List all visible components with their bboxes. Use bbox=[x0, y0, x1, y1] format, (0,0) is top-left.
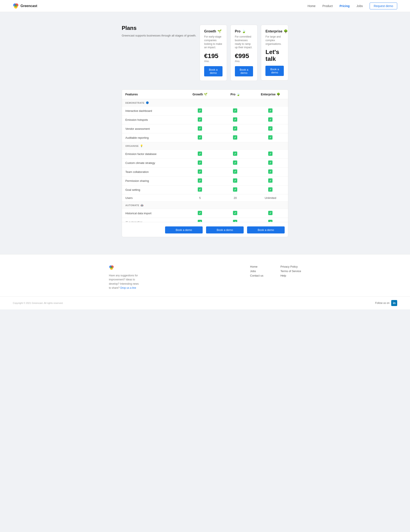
table-row: Users 5 20 Unlimited bbox=[122, 194, 288, 202]
pro-emission-hotspots bbox=[218, 115, 253, 124]
footer-logo bbox=[109, 265, 143, 270]
growth-vendor-assessment bbox=[182, 124, 218, 133]
check-icon bbox=[268, 161, 273, 165]
enterprise-card-title: Enterprise 🌳 bbox=[265, 29, 284, 33]
check-icon bbox=[233, 211, 237, 215]
footer-link-contact[interactable]: Contact us bbox=[250, 274, 263, 277]
plans-title: Plans bbox=[122, 25, 196, 31]
demonstrate-icon: 🔵 bbox=[146, 101, 149, 104]
features-table-scroll[interactable]: Features Growth 🌱 Pro 🍃 Enterprise 🌳 DEM… bbox=[122, 90, 288, 222]
check-icon bbox=[268, 108, 273, 113]
bottom-pro-demo-wrap: Book a demo bbox=[206, 226, 244, 233]
check-icon bbox=[198, 178, 202, 183]
bottom-enterprise-book-demo-button[interactable]: Book a demo bbox=[247, 226, 285, 233]
footer-left: Have any suggestions for improvement? Id… bbox=[109, 265, 143, 290]
enterprise-card-desc: For large and complex organisations. bbox=[265, 35, 284, 46]
linkedin-icon[interactable]: in bbox=[391, 300, 397, 306]
check-icon bbox=[268, 178, 273, 183]
feature-custom-climate-strategy: Custom climate strategy bbox=[122, 159, 182, 168]
main-content: Plans Greencast supports businesses thro… bbox=[117, 12, 293, 254]
growth-name: Growth bbox=[204, 29, 216, 33]
footer-col-2: Privacy Policy Terms of Service Help bbox=[280, 265, 301, 290]
footer-link-jobs[interactable]: Jobs bbox=[250, 269, 263, 273]
pro-price-period: /mo. bbox=[235, 59, 240, 63]
bottom-demo-row: Book a demo Book a demo Book a demo bbox=[122, 222, 288, 237]
footer-link-help[interactable]: Help bbox=[280, 274, 301, 277]
check-icon bbox=[233, 170, 237, 174]
check-icon bbox=[233, 117, 237, 122]
bottom-pro-book-demo-button[interactable]: Book a demo bbox=[206, 226, 244, 233]
pro-name: Pro bbox=[235, 29, 241, 33]
check-icon bbox=[198, 161, 202, 165]
check-icon bbox=[198, 211, 202, 215]
footer-desc: Have any suggestions for improvement? Id… bbox=[109, 274, 141, 290]
nav-pricing[interactable]: Pricing bbox=[340, 4, 350, 8]
plans-header-section: Plans Greencast supports businesses thro… bbox=[122, 25, 288, 81]
pro-users-value: 20 bbox=[218, 194, 253, 202]
navbar: Greencast Home Product Pricing Jobs Requ… bbox=[0, 0, 410, 12]
check-icon bbox=[198, 126, 202, 131]
greencast-logo-icon bbox=[13, 3, 19, 9]
nav-request-demo-button[interactable]: Request demo bbox=[370, 3, 397, 10]
pro-book-demo-button[interactable]: Book a demo bbox=[235, 66, 253, 76]
plan-card-enterprise: Enterprise 🌳 For large and complex organ… bbox=[261, 25, 288, 80]
pro-card-desc: For committed businesses ready to ramp u… bbox=[235, 35, 253, 49]
footer-link-terms[interactable]: Terms of Service bbox=[280, 269, 301, 273]
enterprise-book-demo-button[interactable]: Book a demo bbox=[265, 66, 284, 76]
feature-ai-automation: AI automation bbox=[122, 218, 182, 222]
section-organise-label: ORGANISE 💡 bbox=[125, 144, 285, 147]
plans-description: Greencast supports businesses through al… bbox=[122, 34, 196, 38]
section-automate-label: AUTOMATE 🤖 bbox=[125, 204, 285, 207]
automate-icon: 🤖 bbox=[140, 204, 144, 207]
check-icon bbox=[233, 126, 237, 131]
section-demonstrate-label: DEMONSTRATE 🔵 bbox=[125, 101, 285, 104]
nav-links: Home Product Pricing Jobs Request demo bbox=[308, 3, 397, 10]
enterprise-vendor-assessment bbox=[253, 124, 288, 133]
pro-interactive-dashboard bbox=[218, 106, 253, 115]
footer-logo-icon bbox=[109, 265, 114, 270]
check-icon bbox=[268, 135, 273, 140]
growth-price-amount: €195 bbox=[204, 52, 218, 59]
table-row: Historical data import bbox=[122, 209, 288, 218]
check-icon bbox=[233, 152, 237, 156]
col-header-enterprise: Enterprise 🌳 bbox=[253, 90, 288, 99]
nav-jobs[interactable]: Jobs bbox=[356, 4, 363, 8]
section-demonstrate: DEMONSTRATE 🔵 bbox=[122, 99, 288, 106]
feature-historical-data-import: Historical data import bbox=[122, 209, 182, 218]
features-section: Features Growth 🌱 Pro 🍃 Enterprise 🌳 DEM… bbox=[122, 89, 288, 237]
check-icon bbox=[198, 135, 202, 140]
table-row: Custom climate strategy bbox=[122, 159, 288, 168]
footer-link-privacy[interactable]: Privacy Policy bbox=[280, 265, 301, 268]
check-icon bbox=[198, 187, 202, 192]
col-header-features: Features bbox=[122, 90, 182, 99]
bottom-growth-book-demo-button[interactable]: Book a demo bbox=[165, 226, 203, 233]
check-icon bbox=[233, 178, 237, 183]
follow-us-label: Follow us on bbox=[375, 302, 390, 304]
svg-point-3 bbox=[15, 5, 17, 7]
organise-icon: 💡 bbox=[140, 144, 143, 147]
nav-home[interactable]: Home bbox=[308, 4, 315, 8]
check-icon bbox=[233, 108, 237, 113]
growth-book-demo-button[interactable]: Book a demo bbox=[204, 66, 223, 76]
check-icon bbox=[233, 187, 237, 192]
feature-emission-hotspots: Emission hotspots bbox=[122, 115, 182, 124]
enterprise-lets-talk: Let's talk bbox=[265, 49, 279, 62]
footer-drop-line-link[interactable]: Drop us a line bbox=[120, 286, 136, 289]
growth-auditable-reporting bbox=[182, 133, 218, 142]
pro-auditable-reporting bbox=[218, 133, 253, 142]
check-icon bbox=[198, 108, 202, 113]
enterprise-price: Let's talk bbox=[265, 49, 284, 62]
table-row: Emission hotspots bbox=[122, 115, 288, 124]
footer-col-1: Home Jobs Contact us bbox=[250, 265, 263, 290]
table-row: Team collaboration bbox=[122, 168, 288, 176]
features-table: Features Growth 🌱 Pro 🍃 Enterprise 🌳 DEM… bbox=[122, 90, 288, 222]
feature-team-collaboration: Team collaboration bbox=[122, 168, 182, 176]
enterprise-name: Enterprise bbox=[265, 29, 282, 33]
nav-logo[interactable]: Greencast bbox=[13, 3, 37, 9]
pro-emoji: 🍃 bbox=[242, 29, 246, 33]
growth-users-value: 5 bbox=[182, 194, 218, 202]
nav-product[interactable]: Product bbox=[322, 4, 333, 8]
footer: Have any suggestions for improvement? Id… bbox=[0, 254, 410, 296]
check-icon bbox=[198, 152, 202, 156]
footer-link-home[interactable]: Home bbox=[250, 265, 263, 268]
